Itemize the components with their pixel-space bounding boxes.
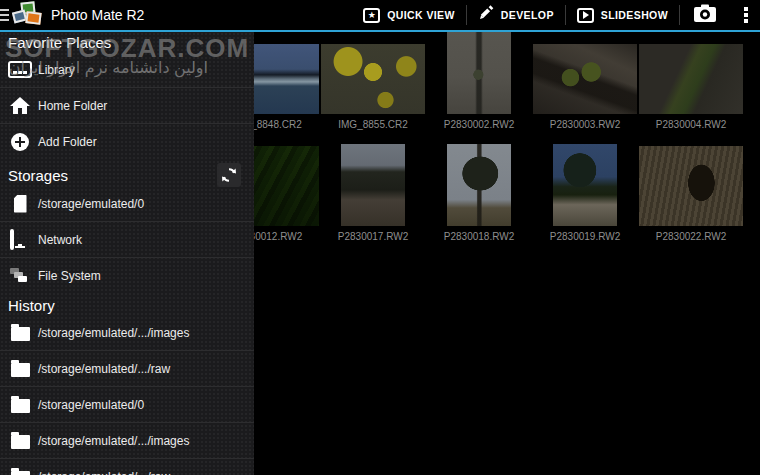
drawer-item-label: /storage/emulated/.../images <box>38 434 189 448</box>
folder-icon <box>8 433 32 449</box>
folder-icon <box>8 361 32 377</box>
app-screen: IMG_8848.CR2 IMG_8855.CR2 P2830002.RW2 P… <box>0 0 760 475</box>
history-item[interactable]: /storage/emulated/.../images <box>0 423 254 459</box>
pencil-icon <box>478 5 494 25</box>
drawer-item-label: File System <box>38 269 101 283</box>
photo-filename: P2830022.RW2 <box>656 231 726 242</box>
history-item[interactable]: /storage/emulated/.../raw <box>0 351 254 387</box>
photo-filename: IMG_8855.CR2 <box>338 119 407 130</box>
photo-thumbnail[interactable] <box>639 44 743 114</box>
develop-button[interactable]: DEVELOP <box>467 0 565 30</box>
section-history: History /storage/emulated/.../images /st… <box>0 294 254 475</box>
camera-icon <box>693 4 717 27</box>
drawer-item-label: Home Folder <box>38 99 107 113</box>
drawer-item-add-folder[interactable]: Add Folder <box>0 124 254 160</box>
app-title: Photo Mate R2 <box>51 7 144 23</box>
drawer-item-storage-emulated-0[interactable]: /storage/emulated/0 <box>0 186 254 222</box>
photo-filename: P2830019.RW2 <box>550 231 620 242</box>
action-bar-home[interactable]: Photo Mate R2 <box>0 0 144 30</box>
photo-filename: P2830003.RW2 <box>550 119 620 130</box>
photo-thumbnail[interactable] <box>533 44 637 114</box>
refresh-button[interactable] <box>217 163 241 187</box>
develop-label: DEVELOP <box>501 9 554 21</box>
folder-icon <box>8 397 32 413</box>
network-icon <box>8 231 32 248</box>
photo-thumbnail[interactable] <box>447 32 511 114</box>
photo-grid: IMG_8848.CR2 IMG_8855.CR2 P2830002.RW2 P… <box>214 33 744 252</box>
photo-thumbnail[interactable] <box>341 144 405 226</box>
drawer-item-label: /storage/emulated/.../raw <box>38 470 170 475</box>
drawer-item-label: /storage/emulated/.../raw <box>38 362 170 376</box>
history-item[interactable]: /storage/emulated/.../raw <box>0 459 254 475</box>
slideshow-button[interactable]: SLIDESHOW <box>566 0 679 30</box>
photo-cell[interactable]: P2830018.RW2 <box>426 140 532 252</box>
section-header-label: Storages <box>8 167 68 184</box>
overflow-menu-button[interactable] <box>730 7 760 23</box>
action-bar-actions: ★ QUICK VIEW DEVELOP SLIDESHOW <box>352 0 760 30</box>
add-folder-icon <box>8 133 32 151</box>
library-icon <box>8 61 32 78</box>
photo-filename: P2830004.RW2 <box>656 119 726 130</box>
navigation-drawer: Favorite Places Library Home Folder Add <box>0 32 254 475</box>
photo-thumbnail[interactable] <box>321 44 425 114</box>
photo-grid-row: P2830012.RW2 P2830017.RW2 P2830018.RW2 P… <box>214 140 744 252</box>
play-icon <box>577 8 594 23</box>
photo-cell[interactable]: P2830003.RW2 <box>532 33 638 140</box>
section-header: History <box>0 294 254 315</box>
photo-thumbnail[interactable] <box>553 144 617 226</box>
section-storages: Storages /storage/emulated/0 <box>0 160 254 294</box>
drawer-toggle-icon[interactable] <box>0 7 7 23</box>
history-item[interactable]: /storage/emulated/.../images <box>0 315 254 351</box>
photo-filename: P2830018.RW2 <box>444 231 514 242</box>
folder-icon <box>8 325 32 341</box>
folder-icon <box>8 469 32 475</box>
photo-cell[interactable]: P2830019.RW2 <box>532 140 638 252</box>
refresh-icon <box>221 167 237 183</box>
camera-button[interactable] <box>680 0 730 30</box>
file-system-icon <box>8 268 32 284</box>
drawer-item-label: Add Folder <box>38 135 97 149</box>
sd-card-icon <box>8 195 32 213</box>
section-header: Favorite Places <box>0 32 254 52</box>
star-icon: ★ <box>363 8 380 23</box>
history-item[interactable]: /storage/emulated/0 <box>0 387 254 423</box>
photo-cell[interactable]: P2830017.RW2 <box>320 140 426 252</box>
photo-cell[interactable]: P2830004.RW2 <box>638 33 744 140</box>
photo-grid-row: IMG_8848.CR2 IMG_8855.CR2 P2830002.RW2 P… <box>214 33 744 140</box>
photo-cell[interactable]: IMG_8855.CR2 <box>320 33 426 140</box>
photo-cell[interactable]: P2830022.RW2 <box>638 140 744 252</box>
photo-thumbnail[interactable] <box>639 146 743 226</box>
drawer-item-file-system[interactable]: File System <box>0 258 254 294</box>
section-favorite-places: Favorite Places Library Home Folder Add <box>0 32 254 160</box>
drawer-item-label: /storage/emulated/0 <box>38 398 144 412</box>
app-logo-icon <box>13 2 43 28</box>
slideshow-label: SLIDESHOW <box>601 9 668 21</box>
quick-view-label: QUICK VIEW <box>387 9 455 21</box>
drawer-item-network[interactable]: Network <box>0 222 254 258</box>
action-bar: Photo Mate R2 ★ QUICK VIEW DEVELOP <box>0 0 760 30</box>
photo-filename: P2830017.RW2 <box>338 231 408 242</box>
drawer-item-label: /storage/emulated/.../images <box>38 326 189 340</box>
photo-thumbnail[interactable] <box>447 144 511 226</box>
drawer-item-label: Library <box>38 63 75 77</box>
drawer-item-label: Network <box>38 233 82 247</box>
quick-view-button[interactable]: ★ QUICK VIEW <box>352 0 466 30</box>
drawer-item-library[interactable]: Library <box>0 52 254 88</box>
section-header: Storages <box>0 160 254 186</box>
photo-filename: P2830002.RW2 <box>444 119 514 130</box>
home-icon <box>8 97 32 115</box>
drawer-item-home-folder[interactable]: Home Folder <box>0 88 254 124</box>
photo-cell[interactable]: P2830002.RW2 <box>426 33 532 140</box>
drawer-item-label: /storage/emulated/0 <box>38 197 144 211</box>
